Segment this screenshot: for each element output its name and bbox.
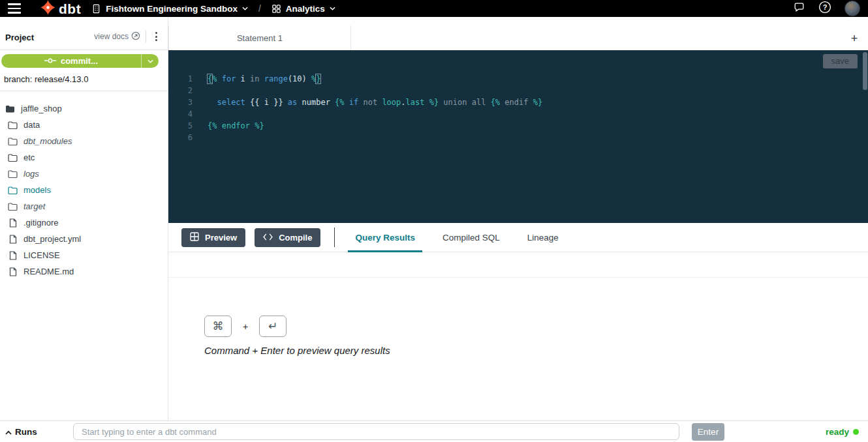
svg-text:?: ? xyxy=(823,3,828,11)
status-label: ready xyxy=(826,427,849,437)
code-text: {% for i in range(10) %} xyxy=(208,73,320,85)
avatar[interactable] xyxy=(845,1,860,16)
tab-compiled-sql[interactable]: Compiled SQL xyxy=(435,223,507,252)
code-text: {% endfor %} xyxy=(208,120,264,132)
tab-query-results[interactable]: Query Results xyxy=(348,223,422,252)
view-docs-link[interactable]: view docs xyxy=(94,31,140,42)
runs-toggle[interactable]: Runs xyxy=(5,421,37,442)
folder-open-icon xyxy=(5,105,15,113)
dbt-logo[interactable]: dbt xyxy=(40,0,81,18)
commit-dropdown-caret[interactable] xyxy=(141,54,159,68)
tree-item-models[interactable]: models xyxy=(0,182,168,198)
grid-icon xyxy=(271,4,281,14)
ready-dot-icon xyxy=(853,429,859,435)
tree-item-dbt-modules[interactable]: dbt_modules xyxy=(0,133,168,149)
account-name: Fishtown Engineering Sandbox xyxy=(106,4,238,14)
shortcut-hint-text: Command + Enter to preview query results xyxy=(204,345,390,356)
folder-icon xyxy=(8,154,18,162)
line-number: 6 xyxy=(168,132,193,143)
tree-item-label: jaffle_shop xyxy=(21,104,62,113)
tree-item-label: .gitignore xyxy=(23,218,58,228)
commit-button-label: commit... xyxy=(61,56,98,66)
commit-button[interactable]: commit... xyxy=(1,54,159,68)
file-icon xyxy=(8,251,18,260)
new-tab-button[interactable]: + xyxy=(847,31,861,46)
tree-item-jaffle-shop[interactable]: jaffle_shop xyxy=(0,100,168,117)
code-area[interactable]: 1{% for i in range(10) %}23 select {{ i … xyxy=(168,73,859,143)
compile-button-label: Compile xyxy=(279,233,312,243)
external-docs-icon xyxy=(131,31,140,42)
tree-item-label: logs xyxy=(23,169,39,179)
chevron-up-icon xyxy=(5,427,12,437)
project-switcher[interactable]: Analytics xyxy=(271,4,335,14)
folder-icon xyxy=(8,121,18,129)
tree-item-label: LICENSE xyxy=(23,250,60,260)
plus-sign: + xyxy=(243,321,248,332)
preview-grid-icon xyxy=(190,232,199,243)
tree-item-label: dbt_modules xyxy=(23,136,72,146)
code-line[interactable]: 1{% for i in range(10) %} xyxy=(168,73,859,85)
command-key-icon: ⌘ xyxy=(204,316,232,337)
tab-label: Statement 1 xyxy=(237,33,283,43)
git-commit-icon xyxy=(44,56,56,66)
folder-icon xyxy=(8,138,18,145)
file-icon xyxy=(8,267,18,276)
code-text: select {{ i }} as number {% if not loop.… xyxy=(208,96,542,108)
hamburger-menu-icon[interactable] xyxy=(8,3,21,14)
status-indicator: ready xyxy=(826,421,859,442)
brand-text: dbt xyxy=(59,2,81,16)
line-number: 4 xyxy=(168,108,193,120)
file-icon xyxy=(8,218,18,228)
tree-item-label: data xyxy=(23,120,40,130)
tree-item-gitignore[interactable]: .gitignore xyxy=(0,214,168,231)
runs-label: Runs xyxy=(15,427,37,437)
tree-item-target[interactable]: target xyxy=(0,198,168,214)
code-line[interactable]: 6 xyxy=(168,132,859,143)
editor-scrollbar[interactable] xyxy=(863,52,867,90)
line-number: 5 xyxy=(168,120,193,132)
enter-button[interactable]: Enter xyxy=(692,423,724,441)
tab-lineage[interactable]: Lineage xyxy=(520,223,566,252)
preview-button-label: Preview xyxy=(205,233,237,243)
folder-icon xyxy=(8,170,18,178)
tree-item-dbt-project-yml[interactable]: dbt_project.yml xyxy=(0,231,168,247)
code-editor[interactable]: save 1{% for i in range(10) %}23 select … xyxy=(168,50,868,223)
divider xyxy=(146,31,146,42)
dbt-command-input[interactable] xyxy=(73,423,679,440)
divider xyxy=(0,91,168,91)
view-docs-label: view docs xyxy=(94,32,129,41)
help-icon[interactable]: ? xyxy=(818,1,831,16)
tree-item-logs[interactable]: logs xyxy=(0,166,168,182)
tab-statement-1[interactable]: Statement 1 xyxy=(168,25,351,50)
shortcut-hint-keys: ⌘ + ↵ xyxy=(204,316,287,337)
enter-key-icon: ↵ xyxy=(259,316,287,337)
chevron-down-icon xyxy=(242,7,248,10)
project-name: Analytics xyxy=(286,4,325,14)
file-icon xyxy=(8,235,18,244)
chat-icon[interactable] xyxy=(793,1,805,16)
kebab-menu-icon[interactable] xyxy=(151,31,161,42)
tree-item-data[interactable]: data xyxy=(0,117,168,133)
account-switcher[interactable]: Fishtown Engineering Sandbox xyxy=(91,4,248,14)
code-line[interactable]: 3 select {{ i }} as number {% if not loo… xyxy=(168,96,859,108)
code-brackets-icon xyxy=(263,233,273,243)
line-number: 2 xyxy=(168,85,193,96)
tree-item-label: etc xyxy=(23,153,35,162)
chevron-down-icon xyxy=(330,7,335,10)
tree-item-label: target xyxy=(23,201,45,211)
divider xyxy=(168,277,868,278)
tree-item-etc[interactable]: etc xyxy=(0,149,168,166)
folder-icon xyxy=(8,186,18,194)
tree-item-license[interactable]: LICENSE xyxy=(0,247,168,263)
code-line[interactable]: 2 xyxy=(168,85,859,96)
code-line[interactable]: 5{% endfor %} xyxy=(168,120,859,132)
breadcrumb-separator: / xyxy=(258,3,261,14)
code-line[interactable]: 4 xyxy=(168,108,859,120)
results-toolbar: Preview Compile Query Results Compiled S… xyxy=(168,223,868,252)
preview-button[interactable]: Preview xyxy=(181,228,245,247)
topbar-right: ? xyxy=(793,1,860,16)
sidebar: Project view docs xyxy=(0,17,168,420)
tree-item-readme-md[interactable]: README.md xyxy=(0,263,168,280)
compile-button[interactable]: Compile xyxy=(255,228,320,247)
save-button[interactable]: save xyxy=(823,54,858,68)
